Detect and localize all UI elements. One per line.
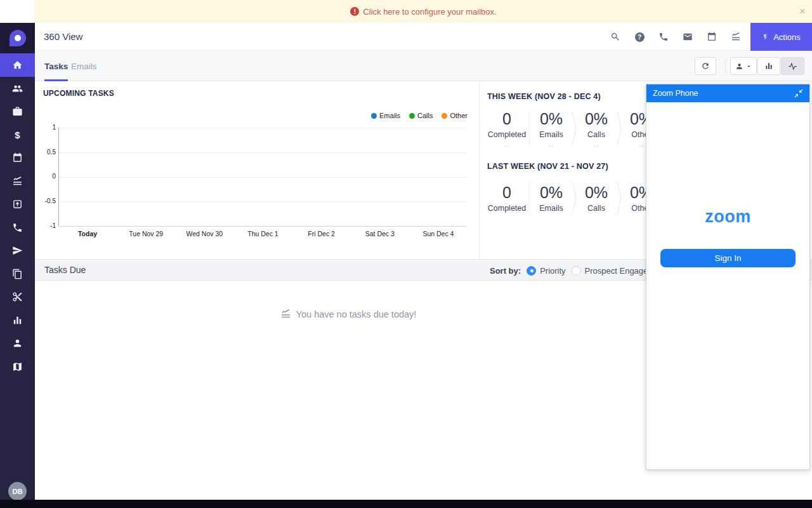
stat-emails: 0% Emails .. xyxy=(532,110,571,147)
sidebar-item-box[interactable] xyxy=(0,193,35,217)
banner-link[interactable]: Click here to configure your mailbox. xyxy=(363,7,496,17)
mail-icon[interactable] xyxy=(683,32,693,42)
y-tick: -1 xyxy=(41,222,56,229)
legend-item-emails: Emails xyxy=(371,112,400,119)
chart-legend: Emails Calls Other xyxy=(371,112,468,119)
x-tick: Fri Dec 2 xyxy=(292,230,351,237)
top-header: 360 View ? Actions xyxy=(35,23,812,51)
tab-emails[interactable]: Emails xyxy=(71,51,97,81)
tasks-due-title: Tasks Due xyxy=(44,265,86,275)
chevron-divider-icon xyxy=(617,112,622,145)
tab-bar: Tasks Emails xyxy=(35,51,812,81)
sidebar-item-tasks[interactable] xyxy=(0,170,35,193)
mailbox-config-banner[interactable]: ! Click here to configure your mailbox. … xyxy=(35,0,812,23)
chart-plot-area xyxy=(58,128,468,226)
sidebar-item-home[interactable] xyxy=(0,53,35,77)
zoom-phone-panel: Zoom Phone zoom Sign In xyxy=(646,84,810,470)
sidebar-item-reports[interactable] xyxy=(0,309,35,332)
radio-unselected-icon[interactable] xyxy=(572,266,581,276)
page-title: 360 View xyxy=(44,31,82,42)
stat-completed: 0 Completed .. xyxy=(487,110,527,147)
sort-by-group: Sort by: Priority Prospect Engagement xyxy=(490,260,666,281)
bar-chart-icon xyxy=(764,62,773,70)
bolt-icon xyxy=(762,33,769,41)
x-tick: Today xyxy=(58,230,117,237)
x-tick: Tue Nov 29 xyxy=(117,230,175,237)
logo-pin-icon xyxy=(10,30,26,46)
scissors-icon xyxy=(12,291,23,302)
copy-icon xyxy=(12,269,23,279)
sidebar: $ DB xyxy=(0,23,35,508)
sort-by-label: Sort by: xyxy=(490,266,521,276)
refresh-button[interactable] xyxy=(695,57,716,75)
tasks-icon xyxy=(280,309,291,319)
refresh-icon xyxy=(701,62,710,70)
user-avatar[interactable]: DB xyxy=(8,482,27,500)
map-icon xyxy=(12,361,23,372)
stat-emails: 0% Emails xyxy=(532,184,571,213)
sign-in-button[interactable]: Sign In xyxy=(660,249,796,267)
activity-view-button[interactable] xyxy=(781,57,804,75)
app-window: ! Click here to configure your mailbox. … xyxy=(0,0,812,508)
sidebar-item-sequences[interactable] xyxy=(0,239,35,263)
tab-tasks[interactable]: Tasks xyxy=(44,51,68,81)
person-icon xyxy=(735,62,743,70)
legend-item-calls: Calls xyxy=(409,112,433,119)
stat-calls: 0% Calls xyxy=(577,184,616,213)
bar-chart-icon xyxy=(12,315,23,326)
home-icon xyxy=(12,60,23,70)
chevron-divider-icon xyxy=(572,182,577,215)
actions-label: Actions xyxy=(773,32,801,42)
calendar-icon xyxy=(12,152,23,163)
search-icon[interactable] xyxy=(610,32,620,42)
help-icon[interactable]: ? xyxy=(634,32,645,42)
zoom-panel-header[interactable]: Zoom Phone xyxy=(646,84,809,102)
sidebar-item-people[interactable] xyxy=(0,77,35,100)
phone-icon xyxy=(12,222,23,233)
sidebar-item-profile[interactable] xyxy=(0,332,35,356)
calendar-icon[interactable] xyxy=(707,32,717,42)
chevron-divider-icon xyxy=(617,182,622,215)
sidebar-item-dollar[interactable]: $ xyxy=(0,123,35,147)
tasks-icon[interactable] xyxy=(731,32,741,42)
sidebar-item-map[interactable] xyxy=(0,355,35,378)
x-tick: Thu Dec 1 xyxy=(233,230,292,237)
sidebar-item-snippets[interactable] xyxy=(0,286,35,309)
sidebar-item-calendar[interactable] xyxy=(0,147,35,170)
user-filter-button[interactable] xyxy=(730,57,757,75)
app-logo[interactable] xyxy=(0,23,35,53)
sidebar-item-templates[interactable] xyxy=(0,262,35,286)
actions-button[interactable]: Actions xyxy=(750,23,812,51)
radio-selected-icon[interactable] xyxy=(527,266,536,276)
person-icon xyxy=(12,338,23,349)
phone-icon[interactable] xyxy=(658,32,669,42)
sort-option-priority[interactable]: Priority xyxy=(527,266,565,276)
sidebar-item-briefcase[interactable] xyxy=(0,100,35,124)
zoom-logo: zoom xyxy=(646,207,809,227)
collapse-icon[interactable] xyxy=(794,89,803,98)
sidebar-item-calls[interactable] xyxy=(0,216,35,239)
legend-item-other: Other xyxy=(442,112,468,119)
empty-state: You have no tasks due today! xyxy=(35,309,662,319)
empty-state-message: You have no tasks due today! xyxy=(296,309,417,319)
chart-title: UPCOMING TASKS xyxy=(43,89,468,98)
y-tick: 0 xyxy=(41,173,56,180)
stat-completed: 0 Completed xyxy=(487,184,527,213)
y-tick: -0.5 xyxy=(41,197,56,204)
y-tick: 1 xyxy=(41,124,56,131)
stat-calls: 0% Calls .. xyxy=(577,110,616,147)
x-tick: Wed Nov 30 xyxy=(175,230,233,237)
box-arrow-icon xyxy=(12,199,23,210)
x-axis-labels: Today Tue Nov 29 Wed Nov 30 Thu Dec 1 Fr… xyxy=(58,230,468,237)
close-icon[interactable]: × xyxy=(799,6,806,17)
alert-icon: ! xyxy=(350,7,359,16)
chevron-down-icon xyxy=(745,63,752,70)
briefcase-icon xyxy=(12,106,23,117)
stat-divider xyxy=(529,182,530,215)
bottom-bar xyxy=(0,500,812,508)
zoom-panel-title: Zoom Phone xyxy=(653,89,698,98)
chart-view-button[interactable] xyxy=(757,57,780,75)
pulse-icon xyxy=(788,62,797,71)
send-icon xyxy=(12,245,23,256)
y-tick: 0.5 xyxy=(41,149,56,156)
